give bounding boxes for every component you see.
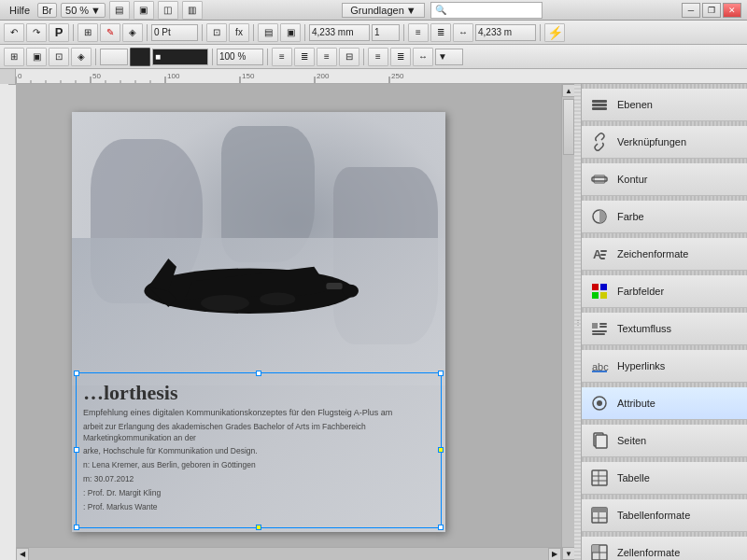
svg-rect-35 <box>594 175 605 183</box>
handle-mr[interactable] <box>438 447 444 453</box>
scroll-up-button[interactable]: ▲ <box>562 84 575 97</box>
pt-input[interactable]: 0 Pt <box>151 24 198 41</box>
align5[interactable]: ≡ <box>368 48 388 66</box>
restore-button[interactable]: ❐ <box>702 3 721 18</box>
tool7[interactable]: ▣ <box>280 23 301 42</box>
scroll-right-button[interactable]: ▶ <box>548 548 561 561</box>
align6[interactable]: ≣ <box>390 48 411 66</box>
tool8[interactable]: ≡ <box>408 23 429 42</box>
tool2-4[interactable]: ◈ <box>71 48 92 66</box>
handle-tr[interactable] <box>438 371 444 376</box>
align3[interactable]: ≡ <box>317 48 337 66</box>
panel-item-ebenen[interactable]: Ebenen <box>582 89 747 121</box>
percent-input[interactable]: 100 % <box>217 49 263 65</box>
layout-btn4[interactable]: ▥ <box>182 1 203 20</box>
tool2-1[interactable]: ⊞ <box>4 48 24 66</box>
tool2-2[interactable]: ▣ <box>26 48 47 66</box>
tool2-3[interactable]: ⊡ <box>49 48 69 66</box>
svg-rect-65 <box>592 545 599 553</box>
sep7 <box>540 24 541 41</box>
tool4[interactable]: ⊡ <box>206 23 227 42</box>
panel-item-farbe[interactable]: Farbe <box>582 201 747 233</box>
undo-button[interactable]: ↶ <box>4 23 24 42</box>
scroll-track-h[interactable] <box>29 548 548 561</box>
handle-tl[interactable] <box>74 371 79 376</box>
panel-item-zeichenformate[interactable]: A Zeichenformate <box>582 238 747 271</box>
handle-bm[interactable] <box>256 525 261 530</box>
align2[interactable]: ≣ <box>294 48 315 66</box>
svg-rect-42 <box>600 284 607 290</box>
layout-btn3[interactable]: ◫ <box>158 1 178 20</box>
ruler-svg: 0 50 100 150 200 250 <box>16 69 747 84</box>
tabellenformate-label: Tabellenformate <box>617 510 690 521</box>
mm-input2[interactable]: 4,233 m <box>475 24 536 41</box>
panel-item-textumfluss[interactable]: Textumfluss <box>582 313 747 345</box>
scroll-left-button[interactable]: ◀ <box>16 548 29 561</box>
tool1[interactable]: ⊞ <box>78 23 98 42</box>
scroll-down-button[interactable]: ▼ <box>562 547 575 560</box>
panel-item-attribute[interactable]: Attribute <box>582 387 747 420</box>
document-page: …lorthesis Empfehlung eines digitalen Ko… <box>72 112 445 532</box>
grundlagen-dropdown[interactable]: Grundlagen ▼ <box>342 3 424 18</box>
panel-item-zellenformate[interactable]: Zellenformate <box>582 537 747 560</box>
layout-btn2[interactable]: ▣ <box>134 1 154 20</box>
color-dropdown[interactable]: ■ <box>152 49 208 65</box>
color-swatch[interactable] <box>130 48 150 66</box>
svg-rect-32 <box>592 104 607 106</box>
zoom-dropdown[interactable]: 50 % ▼ <box>61 3 106 18</box>
tool3[interactable]: ◈ <box>122 23 143 42</box>
panel-item-seiten[interactable]: Seiten <box>582 425 747 457</box>
panel-item-kontur[interactable]: Kontur <box>582 163 747 196</box>
pt-value: 0 Pt <box>154 27 171 37</box>
handle-ml[interactable] <box>74 447 79 453</box>
right-panel: Ebenen Verknüpfungen Kontur Farbe <box>581 84 747 560</box>
farbe-label: Farbe <box>617 211 644 222</box>
svg-point-27 <box>201 295 249 311</box>
sep8 <box>95 49 96 65</box>
align1[interactable]: ≡ <box>272 48 292 66</box>
layers-icon <box>589 94 610 115</box>
align7[interactable]: ↔ <box>413 48 433 66</box>
handle-tm[interactable] <box>256 371 261 376</box>
panel-item-hyperlinks[interactable]: abc Hyperlinks <box>582 350 747 383</box>
align4[interactable]: ⊟ <box>339 48 359 66</box>
scroll-track-v[interactable] <box>562 97 574 547</box>
num-input[interactable]: 1 <box>372 24 400 41</box>
tool9[interactable]: ≣ <box>430 23 451 42</box>
tool2[interactable]: ✎ <box>100 23 120 42</box>
svg-text:50: 50 <box>92 72 101 80</box>
handle-br[interactable] <box>438 525 444 530</box>
handle-bl[interactable] <box>74 525 79 530</box>
minimize-button[interactable]: ─ <box>682 3 700 18</box>
airplane-silhouette <box>128 175 371 407</box>
panel-item-verknuepfungen[interactable]: Verknüpfungen <box>582 126 747 159</box>
svg-text:0: 0 <box>18 72 22 80</box>
close-button[interactable]: ✕ <box>723 3 741 18</box>
menu-hilfe[interactable]: Hilfe <box>6 4 34 17</box>
zoom-arrow: ▼ <box>91 5 101 16</box>
stroke-icon <box>589 169 610 189</box>
panel-item-tabelle[interactable]: Tabelle <box>582 462 747 495</box>
tool10[interactable]: ↔ <box>453 23 473 42</box>
lightning-btn[interactable]: ⚡ <box>544 23 565 42</box>
mm-input1[interactable]: 4,233 mm <box>309 24 370 41</box>
panel-item-farbfelder[interactable]: Farbfelder <box>582 275 747 308</box>
svg-rect-33 <box>592 107 607 110</box>
toolbar1: ↶ ↷ P ⊞ ✎ ◈ 0 Pt ⊡ fx ▤ ▣ 4,233 mm 1 ≡ ≣… <box>0 21 747 45</box>
selection-box[interactable] <box>76 372 442 528</box>
svg-rect-56 <box>592 470 607 485</box>
panel-drag-handle[interactable]: ⋮ <box>574 84 581 560</box>
panel-item-tabellenformate[interactable]: Tabellenformate <box>582 499 747 532</box>
search-box[interactable]: 🔍 <box>430 2 543 19</box>
tool6[interactable]: ▤ <box>258 23 278 42</box>
wrap-dropdown[interactable]: ▼ <box>435 49 463 65</box>
br-dropdown[interactable]: Br <box>37 3 57 18</box>
layout-btn1[interactable]: ▤ <box>109 1 130 20</box>
br-label: Br <box>42 5 52 16</box>
scroll-thumb[interactable] <box>563 99 574 155</box>
text-tool[interactable]: P <box>49 23 69 42</box>
search-icon: 🔍 <box>435 5 446 15</box>
redo-button[interactable]: ↷ <box>26 23 47 42</box>
stroke-width[interactable] <box>100 49 128 65</box>
tool5[interactable]: fx <box>229 23 249 42</box>
